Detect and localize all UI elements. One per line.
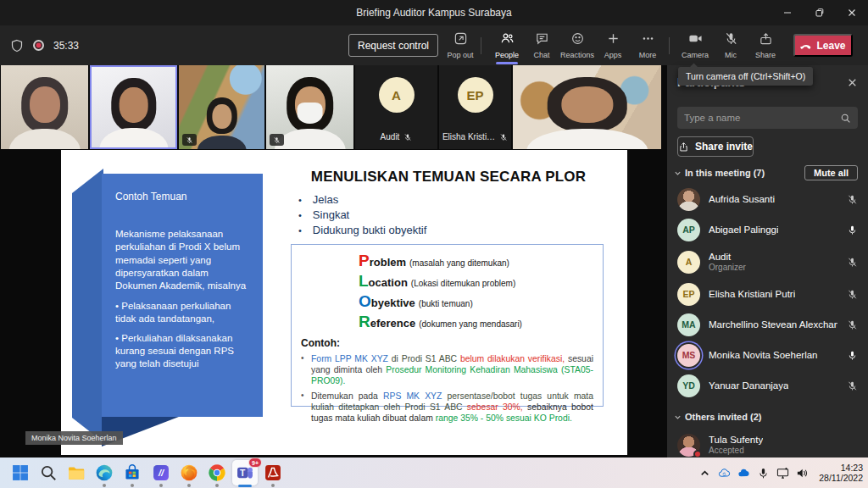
mic-muted-icon[interactable] bbox=[847, 319, 858, 330]
participant-row[interactable]: Tula SufentyAccepted bbox=[667, 428, 868, 462]
recording-indicator-icon bbox=[33, 40, 44, 51]
slide-title: MENULISKAN TEMUAN SECARA PLOR bbox=[283, 169, 614, 186]
participant-info: Tula SufentyAccepted bbox=[709, 435, 763, 455]
tab-apps[interactable]: Apps bbox=[594, 31, 632, 59]
mic-muted-icon[interactable] bbox=[847, 380, 858, 391]
request-control-button[interactable]: Request control bbox=[348, 34, 438, 57]
tab-chat[interactable]: Chat bbox=[523, 31, 560, 59]
explorer-taskbar-icon[interactable] bbox=[64, 460, 89, 485]
show-hidden-icons-chevron[interactable] bbox=[698, 467, 711, 480]
popout-button[interactable]: Pop out bbox=[442, 31, 479, 59]
leave-button[interactable]: Leave bbox=[793, 34, 853, 57]
onedrive-icon[interactable] bbox=[737, 467, 750, 480]
participant-name-label: Audit bbox=[355, 132, 437, 141]
firefox-icon bbox=[180, 463, 198, 482]
participant-row[interactable]: MAMarchellino Stevean Alexchandra bbox=[667, 309, 868, 340]
participant-figure bbox=[92, 67, 175, 147]
meeting-toolbar: 35:33 Request control Pop out People Cha… bbox=[0, 25, 868, 65]
avatar: MA bbox=[677, 313, 700, 336]
participant-name: Monika Novita Soeherlan bbox=[709, 350, 818, 360]
speaker-icon[interactable] bbox=[796, 467, 809, 480]
chrome-icon bbox=[208, 463, 226, 482]
edge-icon bbox=[95, 463, 114, 482]
video-tile[interactable] bbox=[266, 65, 353, 149]
clock-time: 14:23 bbox=[819, 463, 863, 474]
svg-text:T: T bbox=[240, 469, 246, 478]
avatar-tile[interactable]: EPElisha Kristi… bbox=[439, 65, 511, 149]
avatar: EP bbox=[458, 77, 493, 113]
search-input[interactable] bbox=[684, 113, 840, 123]
running-indicator-dot bbox=[215, 484, 219, 487]
display-connect-icon[interactable] bbox=[776, 467, 789, 480]
participant-figure bbox=[1, 65, 88, 149]
camera-button[interactable]: Camera bbox=[676, 31, 714, 59]
avatar: AP bbox=[677, 219, 700, 241]
avatar: MS bbox=[677, 344, 700, 367]
start-taskbar-icon[interactable] bbox=[8, 460, 33, 485]
mute-all-button[interactable]: Mute all bbox=[804, 165, 858, 180]
in-meeting-section-header[interactable]: In this meeting (7) Mute all bbox=[674, 165, 858, 180]
toolbar-divider bbox=[669, 37, 670, 54]
acrobat-taskbar-icon[interactable] bbox=[260, 460, 286, 485]
edge-taskbar-icon[interactable] bbox=[92, 460, 117, 485]
participant-info: Yanuar Dananjaya bbox=[709, 380, 788, 391]
participant-row[interactable]: Aufrida Susanti bbox=[667, 184, 868, 214]
teams-taskbar-icon[interactable]: T9+ bbox=[232, 460, 258, 485]
avatar-tile[interactable]: AAudit bbox=[355, 65, 437, 149]
video-tile[interactable] bbox=[90, 65, 177, 149]
close-panel-icon[interactable] bbox=[847, 77, 858, 88]
mic-on-icon[interactable] bbox=[847, 225, 858, 236]
callout-bullets: Pelaksanaan perkuliahan tidak ada tandat… bbox=[115, 300, 249, 370]
windows-taskbar: //T9+ 14:23 28/11/2022 bbox=[0, 458, 868, 488]
video-tile[interactable] bbox=[513, 65, 661, 149]
restore-button[interactable] bbox=[804, 0, 836, 25]
mapp-taskbar-icon[interactable]: // bbox=[148, 460, 174, 485]
example-bullet: •Ditemukan pada RPS MK XYZ persentase/bo… bbox=[301, 391, 593, 424]
tab-people[interactable]: People bbox=[488, 31, 526, 64]
participant-name: Tula Sufenty bbox=[709, 435, 763, 445]
mic-muted-icon[interactable] bbox=[847, 289, 858, 300]
share-invite-button[interactable]: Share invite bbox=[677, 136, 754, 157]
mic-button[interactable]: Mic bbox=[712, 31, 749, 59]
chrome-taskbar-icon[interactable] bbox=[204, 460, 230, 485]
participant-row[interactable]: EPElisha Kristiani Putri bbox=[667, 279, 868, 309]
participant-search[interactable] bbox=[677, 107, 858, 129]
avatar bbox=[677, 188, 700, 211]
plor-examples: •Form LPP MK XYZ di Prodi S1 ABC belum d… bbox=[301, 353, 593, 424]
running-indicator-dot bbox=[103, 484, 106, 487]
store-taskbar-icon[interactable] bbox=[120, 460, 145, 485]
participant-figure bbox=[513, 65, 661, 149]
firefox-taskbar-icon[interactable] bbox=[176, 460, 202, 485]
participant-row[interactable]: MSMonika Novita Soeherlan bbox=[667, 340, 868, 370]
security-shield-icon bbox=[10, 39, 24, 53]
window-title: Briefing Auditor Kampus Surabaya bbox=[0, 0, 868, 25]
others-invited-section-header[interactable]: Others invited (2) bbox=[674, 409, 858, 424]
tab-more[interactable]: More bbox=[629, 31, 666, 59]
taskbar-clock[interactable]: 14:23 28/11/2022 bbox=[819, 463, 863, 484]
mic-tray-icon[interactable] bbox=[757, 467, 770, 480]
search-taskbar-icon[interactable] bbox=[36, 460, 61, 485]
camera-tooltip: Turn camera off (Ctrl+Shift+O) bbox=[678, 67, 813, 86]
chevron-down-icon bbox=[674, 413, 682, 421]
meeting-timer: 35:33 bbox=[53, 40, 79, 52]
mic-muted-icon[interactable] bbox=[847, 194, 858, 205]
mic-muted-icon[interactable] bbox=[847, 257, 858, 268]
tab-reactions[interactable]: Reactions bbox=[559, 31, 596, 59]
share-button[interactable]: Share bbox=[747, 31, 784, 59]
participant-info: AuditOrganizer bbox=[709, 252, 746, 272]
search-icon bbox=[840, 113, 851, 124]
participant-info: Abigael Palinggi bbox=[709, 225, 778, 235]
participant-row[interactable]: APAbigael Palinggi bbox=[667, 214, 868, 245]
close-button[interactable] bbox=[836, 0, 868, 25]
contoh-label: Contoh: bbox=[301, 337, 593, 349]
mic-on-icon[interactable] bbox=[847, 350, 858, 361]
participant-row[interactable]: AAuditOrganizer bbox=[667, 245, 868, 279]
video-tile[interactable] bbox=[179, 65, 264, 149]
running-indicator-dot bbox=[187, 484, 191, 487]
video-tile[interactable] bbox=[1, 65, 88, 149]
minimize-button[interactable] bbox=[771, 0, 804, 25]
participant-row[interactable]: YDYanuar Dananjaya bbox=[667, 370, 868, 401]
plor-row: Problem(masalah yang ditemukan) bbox=[359, 252, 593, 272]
onedrive-sync-icon[interactable] bbox=[718, 467, 731, 480]
share-screen-icon bbox=[759, 31, 773, 49]
